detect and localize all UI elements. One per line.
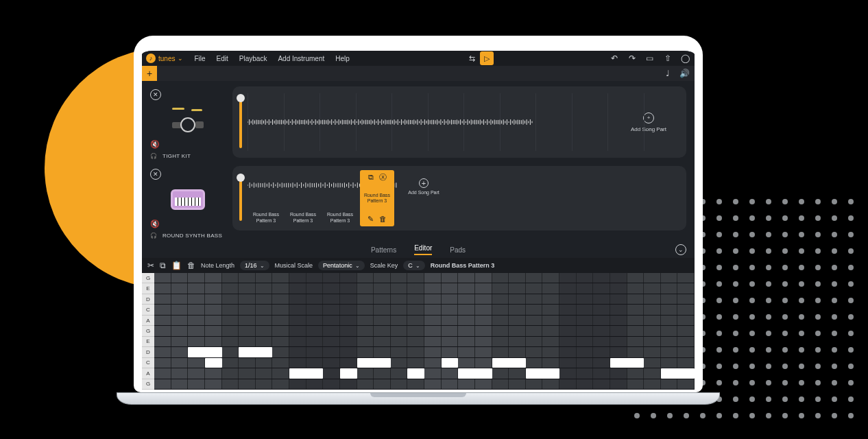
tab-patterns[interactable]: Patterns	[371, 246, 396, 254]
play-button[interactable]: ▷	[480, 51, 494, 65]
add-button[interactable]: +	[142, 66, 157, 81]
pattern-block-selected[interactable]: ⧉ⓧ Round Bass Pattern 3 ✎🗑	[360, 170, 394, 226]
pattern-block[interactable]: Round Bass Pattern 3	[249, 185, 283, 224]
laptop-base	[117, 392, 720, 405]
scale-key-select[interactable]: C⌄	[403, 261, 425, 270]
metronome-icon[interactable]: ♩	[663, 69, 673, 78]
duplicate-icon[interactable]: ⧉	[368, 173, 374, 182]
folder-icon[interactable]: ▭	[645, 54, 655, 63]
volume-slider[interactable]	[239, 96, 242, 148]
track-name: TIGHT KIT	[162, 153, 191, 159]
add-song-part[interactable]: +Add Song Part	[400, 178, 448, 195]
account-icon[interactable]: ◯	[681, 54, 690, 63]
note-length-label: Note Length	[201, 262, 234, 269]
upload-icon[interactable]: ⇧	[663, 54, 673, 63]
secondary-toolbar: + ♩ 🔊	[142, 66, 695, 81]
note-grid[interactable]	[154, 273, 695, 390]
trash-icon[interactable]: 🗑	[379, 215, 387, 224]
close-track-button[interactable]: ✕	[150, 89, 161, 100]
tab-editor[interactable]: Editor	[414, 244, 432, 255]
track-row: ✕ 🔇 🎧TIGHT KIT	[150, 86, 686, 159]
loop-button[interactable]: ⇆	[465, 51, 479, 65]
menu-add-instrument[interactable]: Add Instrument	[278, 55, 324, 62]
trash-icon[interactable]: 🗑	[187, 261, 195, 270]
menu-playback[interactable]: Playback	[239, 55, 267, 62]
track-name: ROUND SYNTH BASS	[162, 233, 222, 239]
brand-menu[interactable]: ♪ tunes ⌄	[146, 54, 183, 63]
note-length-select[interactable]: 1/16⌄	[240, 261, 269, 270]
close-icon[interactable]: ⓧ	[379, 173, 387, 182]
chevron-down-icon: ⌄	[415, 263, 420, 269]
mute-icon[interactable]: 🔇	[150, 140, 160, 149]
editor-tabs: Patterns Editor Pads ⌄	[142, 241, 695, 258]
note-labels: GEDCAGEDCAG	[142, 273, 154, 390]
track-header: ✕ 🔇 🎧TIGHT KIT	[150, 86, 226, 159]
close-track-button[interactable]: ✕	[150, 169, 161, 180]
expand-button[interactable]: ⌄	[675, 244, 686, 255]
headphones-icon[interactable]: 🎧	[150, 153, 157, 159]
musical-scale-select[interactable]: Pentatonic⌄	[318, 261, 365, 270]
chevron-down-icon: ⌄	[355, 263, 360, 269]
track-lane[interactable]: Round Bass Pattern 3 Round Bass Pattern …	[232, 166, 686, 230]
headphones-icon[interactable]: 🎧	[150, 233, 157, 239]
tab-pads[interactable]: Pads	[450, 246, 466, 254]
instrument-image-drums[interactable]	[150, 104, 226, 136]
laptop-mockup: ♪ tunes ⌄ File Edit Playback Add Instrum…	[134, 36, 703, 406]
copy-icon[interactable]: ⧉	[160, 261, 166, 270]
volume-slider[interactable]	[239, 176, 242, 221]
brand-name: tunes	[158, 55, 175, 62]
scale-key-label: Scale Key	[370, 262, 398, 269]
undo-icon[interactable]: ↶	[610, 54, 619, 63]
current-pattern-name: Round Bass Pattern 3	[431, 262, 495, 269]
track-header: ✕ 🔇 🎧ROUND SYNTH BASS	[150, 166, 226, 239]
redo-icon[interactable]: ↷	[627, 54, 637, 63]
chevron-down-icon: ⌄	[178, 55, 183, 62]
brand-logo-icon: ♪	[146, 54, 156, 63]
track-row: ✕ 🔇 🎧ROUND SYNTH BASS Round Bass Pattern…	[150, 166, 686, 239]
editor-toolbar: ✂ ⧉ 📋 🗑 Note Length 1/16⌄ Musical Scale …	[142, 258, 695, 273]
cut-icon[interactable]: ✂	[147, 261, 154, 270]
menu-file[interactable]: File	[194, 55, 205, 62]
chevron-down-icon: ⌄	[260, 263, 265, 269]
paste-icon[interactable]: 📋	[171, 261, 182, 270]
camera-dot	[414, 40, 422, 48]
piano-roll[interactable]: GEDCAGEDCAG	[142, 273, 695, 390]
track-lane[interactable]: +Add Song Part	[232, 86, 686, 158]
menu-bar: ♪ tunes ⌄ File Edit Playback Add Instrum…	[142, 51, 695, 66]
musical-scale-label: Musical Scale	[275, 262, 313, 269]
pattern-block[interactable]: Round Bass Pattern 3	[323, 185, 357, 224]
pattern-block[interactable]: Round Bass Pattern 3	[286, 185, 320, 224]
mute-icon[interactable]: 🔇	[150, 220, 160, 228]
menu-edit[interactable]: Edit	[217, 55, 228, 62]
volume-icon[interactable]: 🔊	[679, 69, 689, 78]
instrument-image-keys[interactable]	[150, 184, 226, 215]
menu-help[interactable]: Help	[335, 55, 350, 62]
edit-icon[interactable]: ✎	[367, 215, 374, 224]
